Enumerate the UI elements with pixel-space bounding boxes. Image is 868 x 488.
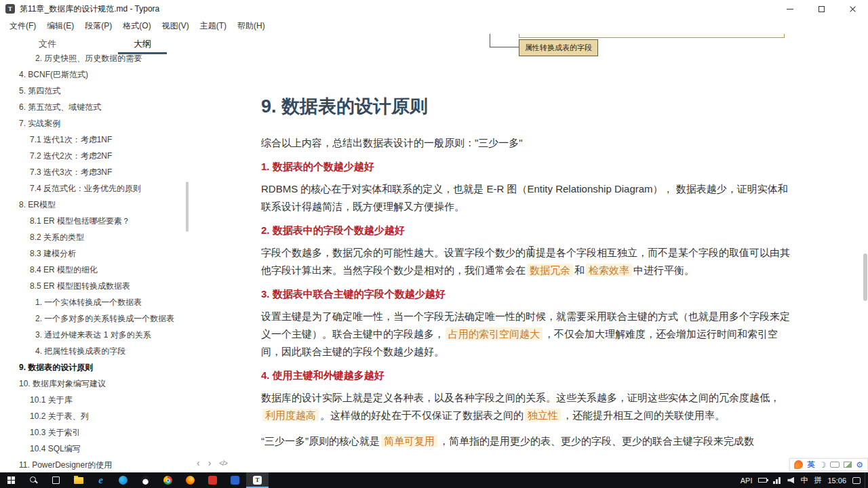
outline-item[interactable]: 4. 把属性转换成表的字段	[0, 343, 190, 359]
task-view-button[interactable]	[45, 472, 67, 488]
outline-item[interactable]: 1. 一个实体转换成一个数据表	[0, 294, 190, 310]
tray-lang-indicator[interactable]: 中	[800, 475, 808, 485]
taskbar-app-firefox[interactable]	[179, 472, 201, 488]
taskbar-app-chrome[interactable]	[157, 472, 179, 488]
menu-item-5[interactable]: 主题(T)	[195, 18, 232, 34]
menu-item-4[interactable]: 视图(V)	[157, 18, 195, 34]
outline-item[interactable]: 8.2 关系的类型	[0, 229, 190, 245]
editor-scrollbar[interactable]	[863, 253, 867, 301]
ime-settings-icon[interactable]	[856, 460, 863, 470]
taskbar-app-app-red[interactable]	[201, 472, 224, 488]
outline-item[interactable]: 7.1 迭代1次：考虑1NF	[0, 131, 190, 148]
taskbar-app-explorer[interactable]	[67, 472, 90, 488]
tray-pinyin-indicator[interactable]: 拼	[814, 475, 821, 485]
paragraph-text: RDBMS 的核心在于对实体和联系的定义，也就是 E-R 图（Entity Re…	[261, 183, 788, 212]
outline-item[interactable]: 10.2 关于表、列	[0, 408, 190, 424]
doc-subheading: 1. 数据表的个数越少越好	[261, 160, 790, 174]
outline-item[interactable]: 7.2 迭代2次：考虑2NF	[0, 148, 190, 164]
outline-item[interactable]: 8.5 ER 模型图转换成数据表	[0, 278, 190, 294]
taskbar-app-qq[interactable]	[134, 472, 157, 488]
taskbar-app-edge[interactable]	[112, 472, 134, 488]
doc-paragraph: RDBMS 的核心在于对实体和联系的定义，也就是 E-R 图（Entity Re…	[261, 180, 790, 216]
outline-item[interactable]: 8. ER模型	[0, 197, 190, 213]
outline-item[interactable]: 10. 数据库对象编写建议	[0, 375, 190, 392]
tray-clock[interactable]: 15:06	[827, 476, 846, 485]
taskbar-search-button[interactable]	[22, 472, 45, 488]
tab-outline[interactable]: 大纲	[95, 34, 190, 54]
outline-item[interactable]: 2. 一个多对多的关系转换成一个数据表	[0, 310, 190, 327]
outline-item[interactable]: 2. 历史快照、历史数据的需要	[0, 54, 190, 66]
paragraph-text: 综合以上内容，总结出数据表设计的一般原则："三少一多"	[261, 137, 523, 148]
diagram-node-label: 属性转换成表的字段	[519, 39, 598, 56]
outline-item[interactable]: 8.4 ER 模型的细化	[0, 262, 190, 278]
outline-item[interactable]: 6. 第五范式、域键范式	[0, 99, 190, 115]
highlighted-term: 占用的索引空间越大	[446, 327, 542, 340]
menu-item-0[interactable]: 文件(F)	[4, 18, 41, 34]
sogou-flame-icon[interactable]	[794, 460, 803, 469]
menu-item-1[interactable]: 编辑(E)	[41, 18, 79, 34]
fullhalf-moon-icon[interactable]	[818, 460, 826, 470]
tray-volume-icon[interactable]	[787, 477, 794, 484]
outline-item[interactable]: 7.4 反范式化：业务优先的原则	[0, 180, 190, 197]
maximize-button[interactable]	[806, 0, 837, 18]
outline-item[interactable]: 5. 第四范式	[0, 83, 190, 99]
app-blue-icon	[231, 476, 239, 485]
diagram-clipped-box	[519, 34, 785, 38]
sidebar-scrollbar[interactable]	[186, 182, 189, 232]
show-desktop-button[interactable]	[865, 472, 868, 488]
doc-subheading: 3. 数据表中联合主键的字段个数越少越好	[261, 287, 790, 301]
start-button[interactable]	[0, 472, 22, 488]
outline-list: 2. 历史快照、历史数据的需要4. BCNF(巴斯范式)5. 第四范式6. 第五…	[0, 54, 190, 472]
diagram-fragment: 属性转换成表的字段	[190, 34, 868, 99]
outline-item[interactable]: 9. 数据表的设计原则	[0, 359, 190, 375]
outline-item[interactable]: 11. PowerDesigner的使用	[0, 457, 190, 472]
doc-paragraph: 数据库的设计实际上就是定义各种表，以及各种字段之间的关系。这些关系越多，证明这些…	[261, 389, 790, 424]
doc-paragraph: 字段个数越多，数据冗余的可能性越大。设置字段个数少的前提是各个字段相互独立，而不…	[261, 244, 790, 279]
outline-item[interactable]: 3. 通过外键来表达 1 对多的关系	[0, 327, 190, 343]
editor[interactable]: 属性转换成表的字段 9. 数据表的设计原则综合以上内容，总结出数据表设计的一般原…	[190, 34, 868, 472]
windows-logo-icon	[7, 476, 15, 484]
source-mode-icon[interactable]: </>	[219, 460, 226, 467]
tray-battery-icon[interactable]	[758, 478, 767, 483]
minimize-button[interactable]	[774, 0, 806, 18]
outline-item[interactable]: 8.3 建模分析	[0, 245, 190, 262]
menu-item-6[interactable]: 帮助(H)	[232, 18, 271, 34]
doc-paragraph: “三少一多”原则的核心就是简单可复用，简单指的是用更少的表、更少的字段、更少的联…	[261, 432, 790, 450]
tray-items: API中拼15:06	[736, 472, 865, 488]
paragraph-text: 数据库的设计实际上就是定义各种表，以及各种字段之间的关系。这些关系越多，证明这些…	[261, 392, 780, 403]
outline-item[interactable]: 10.4 SQL编写	[0, 441, 190, 457]
outline-item[interactable]: 8.1 ER 模型包括哪些要素？	[0, 213, 190, 229]
doc-paragraph: 综合以上内容，总结出数据表设计的一般原则："三少一多"	[261, 134, 790, 152]
close-icon	[849, 5, 856, 13]
tab-files[interactable]: 文件	[0, 34, 95, 54]
doc: 9. 数据表的设计原则综合以上内容，总结出数据表设计的一般原则："三少一多"1.…	[261, 95, 790, 458]
tray-notification-icon[interactable]	[852, 477, 861, 484]
nav-forward-icon[interactable]: ›	[208, 458, 212, 468]
chrome-icon	[163, 476, 172, 485]
window-title: 第11章_数据库的设计规范.md - Typora	[20, 3, 159, 15]
taskbar-app-typora[interactable]: T	[246, 472, 269, 488]
highlighted-term: 独立性	[525, 409, 561, 422]
tray-network-icon[interactable]	[773, 477, 781, 484]
tray-api-label[interactable]: API	[741, 476, 753, 485]
taskbar-app-ie[interactable]: e	[90, 472, 112, 488]
taskbar-app-app-blue[interactable]	[224, 472, 246, 488]
paragraph-text: ，简单指的是用更少的表、更少的字段、更少的联合主键字段来完成数	[439, 435, 754, 447]
close-button[interactable]	[837, 0, 868, 18]
explorer-icon	[74, 477, 83, 484]
titlebar: T 第11章_数据库的设计规范.md - Typora	[0, 0, 868, 18]
outline-item[interactable]: 7. 实战案例	[0, 115, 190, 131]
outline-item[interactable]: 10.3 关于索引	[0, 424, 190, 441]
soft-keyboard-icon[interactable]	[830, 462, 840, 468]
diagram-connector-vertical	[490, 34, 490, 47]
outline-item[interactable]: 4. BCNF(巴斯范式)	[0, 66, 190, 83]
lang-mode[interactable]: 英	[807, 460, 814, 470]
outline-item[interactable]: 7.3 迭代3次：考虑3NF	[0, 164, 190, 180]
clipboard-image-icon[interactable]	[844, 462, 852, 468]
menu-item-3[interactable]: 格式(O)	[117, 18, 156, 34]
menu-item-2[interactable]: 段落(P)	[79, 18, 117, 34]
nav-back-icon[interactable]: ‹	[197, 458, 200, 468]
outline-item[interactable]: 10.1 关于库	[0, 392, 190, 408]
sidebar: 文件大纲 2. 历史快照、历史数据的需要4. BCNF(巴斯范式)5. 第四范式…	[0, 34, 190, 472]
minimize-icon	[787, 9, 793, 9]
